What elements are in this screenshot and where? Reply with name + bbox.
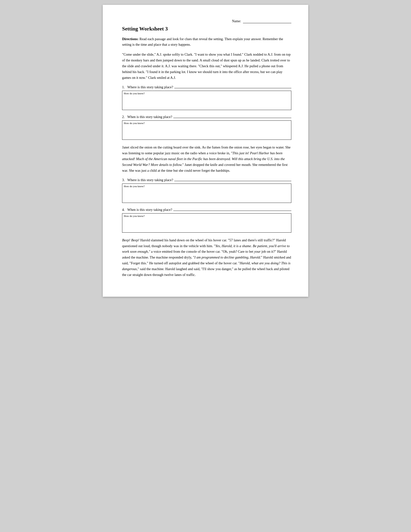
- how-box-3[interactable]: How do you know?: [122, 183, 291, 203]
- directions-text: Read each passage and look for clues tha…: [122, 37, 283, 47]
- question-1-line: 1. Where is this story taking place?: [122, 85, 291, 89]
- passage-2: Janet sliced the onion on the cutting bo…: [122, 145, 291, 174]
- question-4-number: 4. When is this story taking place?: [122, 208, 172, 212]
- passage-1: "Come under the slide," A.J. spoke softl…: [122, 52, 291, 81]
- passage-3-beep: Beep! Beep!: [122, 238, 139, 242]
- question-3-number: 3. Where is this story taking place?: [122, 178, 173, 182]
- worksheet-title: Setting Worksheet 3: [122, 26, 291, 32]
- question-4-line: 4. When is this story taking place?: [122, 208, 291, 212]
- passage-3-mid1: a voice emitted from the console of the …: [122, 249, 291, 277]
- directions-block: Directions: Read each passage and look f…: [122, 36, 291, 48]
- question-1-answer-line[interactable]: [174, 88, 291, 88]
- worksheet-page: Name: Setting Worksheet 3 Directions: Re…: [103, 5, 308, 297]
- question-2-number: 2. When is this story taking place?: [122, 115, 172, 119]
- name-underline[interactable]: [243, 19, 291, 23]
- how-label-1: How do you know?: [124, 92, 145, 95]
- name-field-row: Name:: [122, 19, 291, 23]
- how-label-2: How do you know?: [124, 122, 145, 124]
- question-1-number: 1. Where is this story taking place?: [122, 85, 173, 89]
- how-label-4: How do you know?: [124, 215, 145, 217]
- how-label-3: How do you know?: [124, 185, 145, 188]
- name-label: Name:: [232, 19, 241, 23]
- passage-3: Beep! Beep! Harold slammed his hand down…: [122, 238, 291, 278]
- how-box-2[interactable]: How do you know?: [122, 120, 291, 140]
- directions-label: Directions:: [122, 37, 139, 41]
- question-2-answer-line[interactable]: [173, 118, 291, 118]
- question-3-line: 3. Where is this story taking place?: [122, 178, 291, 182]
- passage-1-text: "Come under the slide," A.J. spoke softl…: [122, 52, 291, 80]
- question-4-answer-line[interactable]: [173, 211, 291, 211]
- question-2-line: 2. When is this story taking place?: [122, 115, 291, 119]
- question-3-answer-line[interactable]: [174, 181, 291, 181]
- how-box-4[interactable]: How do you know?: [122, 213, 291, 233]
- how-box-1[interactable]: How do you know?: [122, 91, 291, 110]
